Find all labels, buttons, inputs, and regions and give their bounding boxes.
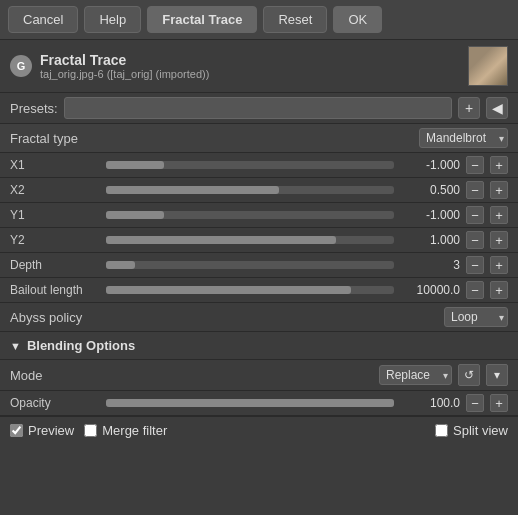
abyss-label: Abyss policy: [10, 310, 438, 325]
opacity-plus-button[interactable]: +: [490, 394, 508, 412]
opacity-slider[interactable]: [106, 399, 394, 407]
blending-content: Mode Replace Normal Multiply Screen ↺ ▾ …: [0, 360, 518, 416]
blending-label: Blending Options: [27, 338, 135, 353]
label-y1: Y1: [10, 208, 100, 222]
minus-y2[interactable]: −: [466, 231, 484, 249]
slider-row-depth: Depth 3 − +: [0, 253, 518, 278]
value-x1: -1.000: [400, 158, 460, 172]
mode-reset-icon[interactable]: ↺: [458, 364, 480, 386]
label-x1: X1: [10, 158, 100, 172]
mode-more-icon[interactable]: ▾: [486, 364, 508, 386]
label-depth: Depth: [10, 258, 100, 272]
fractal-type-select[interactable]: Mandelbrot Julia: [419, 128, 508, 148]
filter-subtitle: taj_orig.jpg-6 ([taj_orig] (imported)): [40, 68, 468, 80]
split-view-checkbox[interactable]: [435, 424, 448, 437]
value-bailout: 10000.0: [400, 283, 460, 297]
ok-button[interactable]: OK: [333, 6, 382, 33]
preview-thumbnail: [468, 46, 508, 86]
value-x2: 0.500: [400, 183, 460, 197]
fill-x2: [106, 186, 279, 194]
opacity-row: Opacity 100.0 − +: [0, 391, 518, 416]
value-depth: 3: [400, 258, 460, 272]
slider-row-y2: Y2 1.000 − +: [0, 228, 518, 253]
merge-filter-label[interactable]: Merge filter: [84, 423, 167, 438]
value-y2: 1.000: [400, 233, 460, 247]
minus-depth[interactable]: −: [466, 256, 484, 274]
plus-bailout[interactable]: +: [490, 281, 508, 299]
blending-chevron-icon: ▼: [10, 340, 21, 352]
abyss-select[interactable]: Loop Smear Black Wrap: [444, 307, 508, 327]
minus-x2[interactable]: −: [466, 181, 484, 199]
opacity-fill: [106, 399, 394, 407]
slider-x1[interactable]: [106, 161, 394, 169]
filter-title: Fractal Trace: [40, 52, 468, 68]
help-button[interactable]: Help: [84, 6, 141, 33]
value-y1: -1.000: [400, 208, 460, 222]
plus-depth[interactable]: +: [490, 256, 508, 274]
slider-row-y1: Y1 -1.000 − +: [0, 203, 518, 228]
slider-bailout[interactable]: [106, 286, 394, 294]
cancel-button[interactable]: Cancel: [8, 6, 78, 33]
fractal-type-label: Fractal type: [10, 131, 419, 146]
slider-depth[interactable]: [106, 261, 394, 269]
mode-row: Mode Replace Normal Multiply Screen ↺ ▾: [0, 360, 518, 391]
minus-bailout[interactable]: −: [466, 281, 484, 299]
filter-header: G Fractal Trace taj_orig.jpg-6 ([taj_ori…: [0, 40, 518, 93]
preview-checkbox[interactable]: [10, 424, 23, 437]
opacity-label: Opacity: [10, 396, 100, 410]
mode-label: Mode: [10, 368, 373, 383]
minus-y1[interactable]: −: [466, 206, 484, 224]
mode-select[interactable]: Replace Normal Multiply Screen: [379, 365, 452, 385]
slider-row-x1: X1 -1.000 − +: [0, 153, 518, 178]
fill-x1: [106, 161, 164, 169]
reset-button[interactable]: Reset: [263, 6, 327, 33]
bottom-bar: Preview Merge filter Split view: [0, 416, 518, 444]
preview-label[interactable]: Preview: [10, 423, 74, 438]
opacity-value: 100.0: [400, 396, 460, 410]
filter-title-button: Fractal Trace: [147, 6, 257, 33]
split-view-label[interactable]: Split view: [435, 423, 508, 438]
slider-x2[interactable]: [106, 186, 394, 194]
preset-remove-button[interactable]: ◀: [486, 97, 508, 119]
toolbar: Cancel Help Fractal Trace Reset OK: [0, 0, 518, 40]
mode-select-wrap: Replace Normal Multiply Screen: [379, 365, 452, 385]
slider-y2[interactable]: [106, 236, 394, 244]
filter-title-block: Fractal Trace taj_orig.jpg-6 ([taj_orig]…: [40, 52, 468, 80]
fractal-type-select-wrap: Mandelbrot Julia: [419, 128, 508, 148]
label-y2: Y2: [10, 233, 100, 247]
slider-row-bailout: Bailout length 10000.0 − +: [0, 278, 518, 303]
fill-y1: [106, 211, 164, 219]
plus-x1[interactable]: +: [490, 156, 508, 174]
slider-y1[interactable]: [106, 211, 394, 219]
plus-y1[interactable]: +: [490, 206, 508, 224]
slider-rows: X1 -1.000 − + X2 0.500 − + Y1 -1.000 − +…: [0, 153, 518, 303]
fractal-type-row: Fractal type Mandelbrot Julia: [0, 124, 518, 153]
minus-x1[interactable]: −: [466, 156, 484, 174]
blending-header[interactable]: ▼ Blending Options: [0, 332, 518, 360]
plus-x2[interactable]: +: [490, 181, 508, 199]
label-bailout: Bailout length: [10, 283, 100, 297]
abyss-select-wrap: Loop Smear Black Wrap: [444, 307, 508, 327]
presets-select[interactable]: [64, 97, 452, 119]
fill-bailout: [106, 286, 351, 294]
abyss-row: Abyss policy Loop Smear Black Wrap: [0, 303, 518, 332]
fill-y2: [106, 236, 336, 244]
merge-filter-checkbox[interactable]: [84, 424, 97, 437]
slider-row-x2: X2 0.500 − +: [0, 178, 518, 203]
opacity-minus-button[interactable]: −: [466, 394, 484, 412]
gimp-icon: G: [10, 55, 32, 77]
presets-label: Presets:: [10, 101, 58, 116]
label-x2: X2: [10, 183, 100, 197]
plus-y2[interactable]: +: [490, 231, 508, 249]
preset-add-button[interactable]: +: [458, 97, 480, 119]
presets-row: Presets: + ◀: [0, 93, 518, 124]
fill-depth: [106, 261, 135, 269]
